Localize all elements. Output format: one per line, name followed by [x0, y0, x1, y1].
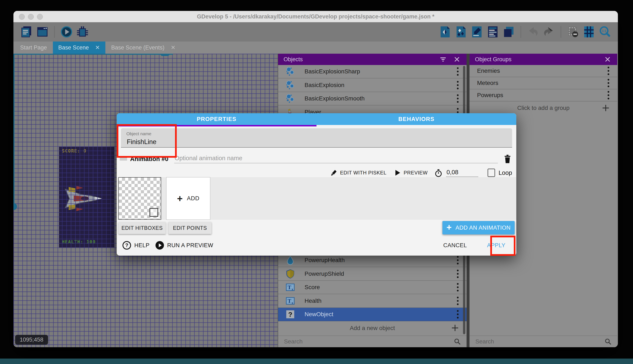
- properties-pencil-icon[interactable]: [470, 25, 484, 39]
- minimize-window-icon[interactable]: [28, 14, 34, 20]
- animation-actions-row: EDIT WITH PISKEL PREVIEW Loop: [330, 167, 512, 178]
- edit-with-piskel-button[interactable]: EDIT WITH PISKEL: [340, 170, 386, 176]
- object-context-menu-icon[interactable]: [457, 67, 459, 76]
- edit-points-button[interactable]: EDIT POINTS: [168, 222, 212, 234]
- group-row-Enemies[interactable]: Enemies: [470, 65, 617, 77]
- object-row-BasicExplosion[interactable]: BasicExplosion: [278, 79, 467, 92]
- object-context-menu-icon[interactable]: [457, 269, 459, 278]
- group-row-Powerups[interactable]: Powerups: [470, 89, 617, 102]
- render-mask-icon[interactable]: [566, 25, 580, 39]
- groups-search-input[interactable]: [475, 338, 604, 345]
- undo-icon[interactable]: [526, 25, 540, 39]
- object-row-PowerupShield[interactable]: PowerupShield: [278, 267, 467, 281]
- object-row-PowerupHealth[interactable]: PowerupHealth: [278, 254, 467, 267]
- loop-label: Loop: [498, 170, 512, 176]
- close-panel-icon[interactable]: [453, 55, 461, 64]
- object-context-menu-icon[interactable]: [457, 310, 459, 319]
- add-new-object-row[interactable]: Add a new object: [278, 322, 467, 335]
- instances-list-icon[interactable]: [454, 25, 468, 39]
- tab-start-page[interactable]: Start Page: [15, 42, 53, 54]
- grid-icon[interactable]: [582, 25, 596, 39]
- object-context-menu-icon[interactable]: [457, 256, 459, 265]
- object-context-menu-icon[interactable]: [457, 296, 459, 306]
- tab-base-scene[interactable]: Base Scene✕: [53, 42, 105, 54]
- traffic-lights: [19, 14, 43, 20]
- object-context-menu-icon[interactable]: [457, 80, 459, 90]
- tab-label: Start Page: [20, 44, 47, 51]
- project-manager-icon[interactable]: [20, 25, 33, 39]
- events-list-icon[interactable]: [486, 25, 500, 39]
- animation-name-input[interactable]: [174, 154, 498, 163]
- desktop-background: [0, 358, 633, 364]
- cancel-button[interactable]: CANCEL: [443, 242, 467, 249]
- group-row-Meteors[interactable]: Meteors: [470, 77, 617, 89]
- run-preview-icon[interactable]: [155, 241, 164, 250]
- trash-icon[interactable]: [503, 154, 512, 164]
- redo-icon[interactable]: [542, 25, 556, 39]
- tab-close-icon[interactable]: ✕: [171, 44, 175, 51]
- maximize-window-icon[interactable]: [37, 14, 43, 20]
- object-name-field[interactable]: Object name: [121, 128, 512, 148]
- object-row-Health[interactable]: TxHealth: [278, 294, 467, 308]
- svg-text:x: x: [291, 288, 293, 291]
- help-button[interactable]: HELP: [134, 242, 150, 249]
- canvas-horizontal-scroll-thumb[interactable]: [160, 54, 170, 56]
- preview-button[interactable]: PREVIEW: [404, 170, 428, 176]
- piskel-brush-icon: [330, 169, 338, 176]
- object-name-label: BasicExplosion: [304, 82, 457, 88]
- frame-thumbnail[interactable]: [118, 177, 161, 220]
- object-row-NewObject[interactable]: ?NewObject: [278, 308, 467, 321]
- object-context-menu-icon[interactable]: [457, 94, 459, 103]
- layers-icon[interactable]: [502, 25, 516, 39]
- titlebar: GDevelop 5 - /Users/dkarakay/Documents/G…: [14, 11, 618, 22]
- group-context-menu-icon[interactable]: [607, 78, 610, 88]
- player-ship-sprite[interactable]: [64, 185, 103, 212]
- add-frame-button[interactable]: + ADD: [166, 177, 210, 220]
- objects-search-input[interactable]: [283, 338, 454, 345]
- edit-hitboxes-button[interactable]: EDIT HITBOXES: [118, 222, 166, 234]
- preview-play-icon[interactable]: [60, 25, 74, 39]
- close-panel-icon[interactable]: [603, 55, 612, 64]
- object-name-label: Object name: [126, 131, 507, 136]
- annotation-box-object-name: [117, 124, 177, 158]
- zoom-original-icon[interactable]: 1:1: [598, 25, 612, 39]
- add-group-row[interactable]: Click to add a group: [470, 102, 617, 114]
- group-name-label: Enemies: [477, 68, 607, 74]
- time-between-frames-input[interactable]: [446, 168, 478, 177]
- loop-checkbox[interactable]: [488, 168, 495, 177]
- object-name-label: BasicExplosionSharp: [304, 68, 457, 75]
- annotation-box-apply: [490, 236, 515, 256]
- objects-list-icon[interactable]: [438, 25, 452, 39]
- object-row-Score[interactable]: TxScore: [278, 281, 467, 294]
- toolbar-separator: [561, 26, 561, 38]
- plus-icon: +: [446, 223, 452, 232]
- preview-play-icon: [394, 169, 401, 176]
- object-row-BasicExplosionSharp[interactable]: BasicExplosionSharp: [278, 65, 467, 78]
- search-icon: [604, 338, 612, 345]
- particles-icon: [285, 66, 295, 76]
- object-row-BasicExplosionSmooth[interactable]: BasicExplosionSmooth: [278, 92, 467, 106]
- add-group-label: Click to add a group: [517, 105, 569, 111]
- group-context-menu-icon[interactable]: [607, 90, 610, 100]
- scene-window-icon[interactable]: [36, 25, 49, 39]
- groups-panel-header: Object Groups: [470, 54, 617, 65]
- run-a-preview-button[interactable]: RUN A PREVIEW: [167, 242, 213, 249]
- debug-icon[interactable]: [76, 25, 89, 39]
- help-icon[interactable]: ?: [122, 241, 131, 250]
- tab-base-scene-events-[interactable]: Base Scene (Events)✕: [106, 42, 181, 54]
- frame-select-checkbox[interactable]: [149, 208, 158, 217]
- filter-icon[interactable]: [439, 55, 447, 64]
- add-an-animation-button[interactable]: + ADD AN ANIMATION: [442, 221, 515, 234]
- svg-text:T: T: [287, 298, 291, 304]
- tab-behaviors[interactable]: BEHAVIORS: [316, 113, 516, 125]
- tab-close-icon[interactable]: ✕: [95, 44, 100, 51]
- canvas-vertical-scrollbar[interactable]: [14, 54, 15, 210]
- group-name-label: Meteors: [477, 80, 607, 86]
- close-window-icon[interactable]: [19, 14, 25, 20]
- group-context-menu-icon[interactable]: [607, 66, 610, 76]
- canvas-vertical-scroll-thumb[interactable]: [14, 203, 17, 210]
- tab-properties[interactable]: PROPERTIES: [117, 113, 316, 125]
- canvas-horizontal-scrollbar[interactable]: [14, 54, 173, 55]
- object-context-menu-icon[interactable]: [457, 283, 459, 292]
- toolbar: 1:1: [14, 22, 618, 42]
